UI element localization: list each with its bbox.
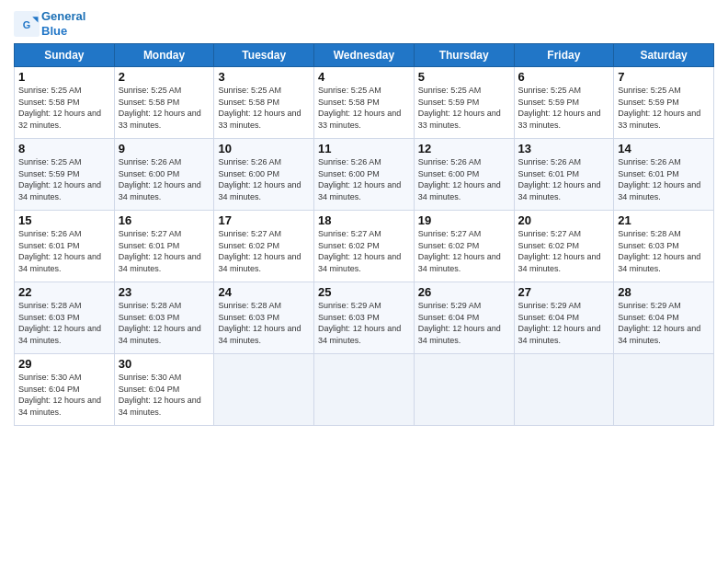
calendar-cell: 7 Sunrise: 5:25 AMSunset: 5:59 PMDayligh… [614, 67, 714, 139]
day-number: 24 [218, 285, 310, 299]
day-number: 9 [119, 142, 210, 155]
day-number: 26 [418, 285, 510, 299]
calendar-week-row: 22 Sunrise: 5:28 AMSunset: 6:03 PMDaylig… [15, 282, 714, 354]
calendar-cell: 8 Sunrise: 5:25 AMSunset: 5:59 PMDayligh… [15, 139, 115, 211]
calendar-cell [214, 354, 314, 426]
page: G General Blue Sunday Monday Tuesday Wed… [0, 0, 728, 563]
calendar-cell: 5 Sunrise: 5:25 AMSunset: 5:59 PMDayligh… [414, 67, 514, 139]
logo: G General Blue [14, 9, 85, 38]
calendar-cell [514, 354, 614, 426]
col-wednesday: Wednesday [314, 44, 415, 67]
calendar-cell: 20 Sunrise: 5:27 AMSunset: 6:02 PMDaylig… [514, 211, 614, 282]
calendar-cell [614, 354, 714, 426]
col-monday: Monday [114, 44, 214, 67]
day-number: 25 [318, 285, 410, 299]
day-info: Sunrise: 5:25 AMSunset: 5:58 PMDaylight:… [318, 86, 401, 130]
day-number: 11 [318, 142, 410, 155]
day-number: 14 [618, 142, 710, 155]
header-row: Sunday Monday Tuesday Wednesday Thursday… [15, 44, 714, 67]
svg-text:G: G [23, 18, 30, 29]
day-info: Sunrise: 5:25 AMSunset: 5:58 PMDaylight:… [18, 86, 101, 130]
day-number: 3 [218, 70, 310, 84]
day-info: Sunrise: 5:25 AMSunset: 5:59 PMDaylight:… [418, 86, 501, 130]
day-info: Sunrise: 5:25 AMSunset: 5:59 PMDaylight:… [518, 86, 601, 130]
day-number: 10 [218, 142, 310, 155]
calendar-cell: 29 Sunrise: 5:30 AMSunset: 6:04 PMDaylig… [15, 354, 115, 426]
calendar-cell [414, 354, 514, 426]
day-info: Sunrise: 5:26 AMSunset: 6:01 PMDaylight:… [518, 157, 601, 201]
day-info: Sunrise: 5:27 AMSunset: 6:02 PMDaylight:… [218, 229, 301, 273]
day-number: 20 [518, 213, 610, 227]
col-saturday: Saturday [614, 44, 714, 67]
calendar-cell: 19 Sunrise: 5:27 AMSunset: 6:02 PMDaylig… [414, 211, 514, 282]
day-info: Sunrise: 5:26 AMSunset: 6:00 PMDaylight:… [119, 157, 201, 201]
day-number: 16 [119, 213, 210, 227]
day-number: 15 [18, 213, 110, 227]
calendar-cell: 28 Sunrise: 5:29 AMSunset: 6:04 PMDaylig… [614, 282, 714, 354]
day-info: Sunrise: 5:26 AMSunset: 6:00 PMDaylight:… [218, 157, 301, 201]
logo-icon: G [14, 11, 40, 37]
calendar-cell: 30 Sunrise: 5:30 AMSunset: 6:04 PMDaylig… [114, 354, 214, 426]
day-info: Sunrise: 5:27 AMSunset: 6:02 PMDaylight:… [418, 229, 501, 273]
calendar-cell: 24 Sunrise: 5:28 AMSunset: 6:03 PMDaylig… [214, 282, 314, 354]
calendar-week-row: 8 Sunrise: 5:25 AMSunset: 5:59 PMDayligh… [15, 139, 714, 211]
day-number: 7 [618, 70, 710, 84]
day-info: Sunrise: 5:30 AMSunset: 6:04 PMDaylight:… [18, 373, 101, 417]
col-sunday: Sunday [15, 44, 115, 67]
calendar-cell: 23 Sunrise: 5:28 AMSunset: 6:03 PMDaylig… [114, 282, 214, 354]
calendar-cell: 3 Sunrise: 5:25 AMSunset: 5:58 PMDayligh… [214, 67, 314, 139]
header: G General Blue [14, 9, 714, 38]
calendar-cell: 10 Sunrise: 5:26 AMSunset: 6:00 PMDaylig… [214, 139, 314, 211]
day-info: Sunrise: 5:28 AMSunset: 6:03 PMDaylight:… [18, 301, 101, 345]
day-info: Sunrise: 5:29 AMSunset: 6:04 PMDaylight:… [418, 301, 501, 345]
day-info: Sunrise: 5:26 AMSunset: 6:01 PMDaylight:… [18, 229, 101, 273]
day-info: Sunrise: 5:28 AMSunset: 6:03 PMDaylight:… [218, 301, 301, 345]
day-info: Sunrise: 5:25 AMSunset: 5:58 PMDaylight:… [218, 86, 301, 130]
day-number: 21 [618, 213, 710, 227]
calendar-cell [314, 354, 415, 426]
day-number: 27 [518, 285, 610, 299]
calendar-table: Sunday Monday Tuesday Wednesday Thursday… [14, 43, 714, 426]
day-info: Sunrise: 5:29 AMSunset: 6:04 PMDaylight:… [518, 301, 601, 345]
calendar-cell: 17 Sunrise: 5:27 AMSunset: 6:02 PMDaylig… [214, 211, 314, 282]
calendar-cell: 16 Sunrise: 5:27 AMSunset: 6:01 PMDaylig… [114, 211, 214, 282]
day-number: 19 [418, 213, 510, 227]
col-tuesday: Tuesday [214, 44, 314, 67]
day-info: Sunrise: 5:25 AMSunset: 5:59 PMDaylight:… [18, 157, 101, 201]
col-thursday: Thursday [414, 44, 514, 67]
day-number: 23 [119, 285, 210, 299]
day-info: Sunrise: 5:29 AMSunset: 6:04 PMDaylight:… [618, 301, 700, 345]
calendar-cell: 12 Sunrise: 5:26 AMSunset: 6:00 PMDaylig… [414, 139, 514, 211]
calendar-cell: 27 Sunrise: 5:29 AMSunset: 6:04 PMDaylig… [514, 282, 614, 354]
day-info: Sunrise: 5:26 AMSunset: 6:01 PMDaylight:… [618, 157, 700, 201]
day-number: 1 [18, 70, 110, 84]
day-info: Sunrise: 5:27 AMSunset: 6:01 PMDaylight:… [119, 229, 201, 273]
calendar-week-row: 15 Sunrise: 5:26 AMSunset: 6:01 PMDaylig… [15, 211, 714, 282]
day-number: 12 [418, 142, 510, 155]
day-number: 17 [218, 213, 310, 227]
calendar-cell: 26 Sunrise: 5:29 AMSunset: 6:04 PMDaylig… [414, 282, 514, 354]
day-info: Sunrise: 5:25 AMSunset: 5:59 PMDaylight:… [618, 86, 700, 130]
day-number: 5 [418, 70, 510, 84]
day-info: Sunrise: 5:26 AMSunset: 6:00 PMDaylight:… [318, 157, 401, 201]
calendar-cell: 18 Sunrise: 5:27 AMSunset: 6:02 PMDaylig… [314, 211, 415, 282]
calendar-cell: 15 Sunrise: 5:26 AMSunset: 6:01 PMDaylig… [15, 211, 115, 282]
day-info: Sunrise: 5:28 AMSunset: 6:03 PMDaylight:… [119, 301, 201, 345]
calendar-cell: 25 Sunrise: 5:29 AMSunset: 6:03 PMDaylig… [314, 282, 415, 354]
day-info: Sunrise: 5:27 AMSunset: 6:02 PMDaylight:… [318, 229, 401, 273]
calendar-cell: 2 Sunrise: 5:25 AMSunset: 5:58 PMDayligh… [114, 67, 214, 139]
calendar-cell: 22 Sunrise: 5:28 AMSunset: 6:03 PMDaylig… [15, 282, 115, 354]
day-number: 13 [518, 142, 610, 155]
calendar-cell: 21 Sunrise: 5:28 AMSunset: 6:03 PMDaylig… [614, 211, 714, 282]
calendar-header: Sunday Monday Tuesday Wednesday Thursday… [15, 44, 714, 67]
day-number: 6 [518, 70, 610, 84]
day-number: 2 [119, 70, 210, 84]
day-number: 4 [318, 70, 410, 84]
day-info: Sunrise: 5:27 AMSunset: 6:02 PMDaylight:… [518, 229, 601, 273]
day-number: 18 [318, 213, 410, 227]
calendar-cell: 14 Sunrise: 5:26 AMSunset: 6:01 PMDaylig… [614, 139, 714, 211]
col-friday: Friday [514, 44, 614, 67]
day-number: 28 [618, 285, 710, 299]
day-number: 22 [18, 285, 110, 299]
calendar-week-row: 1 Sunrise: 5:25 AMSunset: 5:58 PMDayligh… [15, 67, 714, 139]
